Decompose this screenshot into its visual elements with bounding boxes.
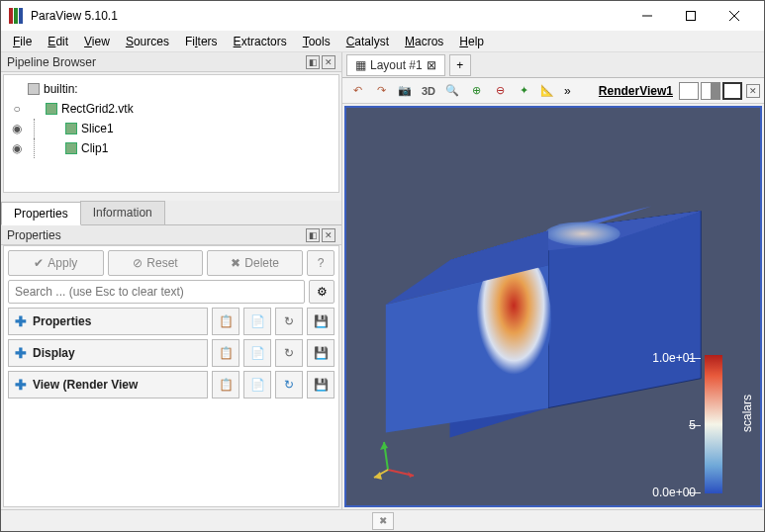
- properties-search-input[interactable]: [8, 280, 305, 304]
- paste-icon[interactable]: 📄: [243, 371, 271, 399]
- pipeline-browser-title: Pipeline Browser: [7, 55, 96, 69]
- save-icon[interactable]: 💾: [307, 371, 335, 399]
- tree-item-clip1[interactable]: ◉Clip1: [10, 138, 333, 158]
- close-tab-icon[interactable]: ⊠: [427, 58, 436, 72]
- plus-icon: ✚: [15, 345, 27, 361]
- menu-edit[interactable]: Edit: [42, 33, 74, 50]
- advanced-toggle-button[interactable]: ⚙: [309, 280, 335, 304]
- status-bar: ✖: [1, 509, 764, 531]
- visibility-eye-icon[interactable]: ○: [10, 102, 24, 116]
- select-points-icon[interactable]: ✦: [513, 81, 534, 101]
- source-icon: [46, 103, 57, 115]
- gear-icon: ⚙: [317, 285, 328, 299]
- server-icon: [28, 83, 40, 95]
- tree-item-builtin[interactable]: builtin:: [10, 79, 333, 99]
- menu-catalyst[interactable]: Catalyst: [340, 33, 395, 50]
- add-layout-button[interactable]: +: [449, 54, 471, 76]
- paste-icon[interactable]: 📄: [243, 339, 271, 367]
- property-tabs: Properties Information: [1, 201, 341, 225]
- plus-icon: ✚: [15, 313, 27, 329]
- svg-marker-20: [380, 442, 388, 450]
- close-panel-icon[interactable]: ✕: [322, 228, 335, 242]
- save-icon[interactable]: 💾: [307, 339, 335, 367]
- tab-properties[interactable]: Properties: [1, 202, 81, 225]
- tree-label: RectGrid2.vtk: [61, 102, 134, 116]
- maximize-button[interactable]: [669, 1, 713, 31]
- minimize-button[interactable]: [625, 1, 669, 31]
- layout-tab-1[interactable]: ▦Layout #1⊠: [346, 54, 445, 76]
- forward-arrow-icon[interactable]: ↷: [370, 81, 392, 101]
- close-button[interactable]: [713, 1, 756, 31]
- deselect-icon[interactable]: ⊖: [489, 81, 511, 101]
- plus-icon: ✚: [15, 377, 27, 393]
- properties-title: Properties: [7, 228, 61, 242]
- tree-label: builtin:: [44, 82, 78, 96]
- colorbar-title: scalars: [740, 395, 754, 432]
- section-properties-toggle[interactable]: ✚Properties: [8, 308, 208, 335]
- color-legend[interactable]: [705, 355, 722, 493]
- copy-icon[interactable]: 📋: [212, 308, 239, 335]
- status-close-icon[interactable]: ✖: [372, 512, 394, 530]
- window-title: ParaView 5.10.1: [31, 9, 118, 23]
- view-toolbar: ↶ ↷ 📷 3D 🔍 ⊕ ⊖ ✦ 📐 » RenderView1 ✕: [342, 78, 764, 104]
- tree-item-slice1[interactable]: ◉Slice1: [10, 119, 333, 138]
- pipeline-browser-header: Pipeline Browser ◧ ✕: [1, 52, 341, 72]
- help-button[interactable]: ?: [307, 250, 335, 276]
- close-view-icon[interactable]: ✕: [746, 84, 760, 98]
- properties-header: Properties ◧ ✕: [1, 225, 341, 245]
- reload-icon[interactable]: ↻: [275, 308, 303, 335]
- menu-tools[interactable]: Tools: [297, 33, 336, 50]
- menu-extractors[interactable]: Extractors: [228, 33, 293, 50]
- section-display-toggle[interactable]: ✚Display: [8, 339, 208, 367]
- tab-information[interactable]: Information: [80, 201, 165, 224]
- copy-icon[interactable]: 📋: [212, 339, 239, 367]
- apply-button[interactable]: ✔Apply: [8, 250, 104, 276]
- svg-rect-1: [687, 12, 696, 21]
- menu-help[interactable]: Help: [453, 33, 490, 50]
- tree-label: Slice1: [81, 122, 114, 135]
- visibility-eye-icon[interactable]: ◉: [10, 122, 24, 135]
- save-icon[interactable]: 💾: [307, 308, 335, 335]
- visibility-eye-icon[interactable]: ◉: [10, 141, 24, 155]
- filter-icon: [65, 142, 77, 154]
- layout-icon: ▦: [355, 58, 366, 72]
- section-view-toggle[interactable]: ✚View (Render View: [8, 371, 208, 399]
- render-view-label[interactable]: RenderView1: [599, 84, 673, 98]
- check-icon: ✔: [34, 256, 44, 270]
- app-logo-icon: [9, 8, 25, 24]
- window-titlebar: ParaView 5.10.1: [1, 1, 764, 31]
- copy-icon[interactable]: 📋: [212, 371, 239, 399]
- split-v-icon[interactable]: [701, 82, 720, 100]
- reset-button[interactable]: ⊘Reset: [108, 250, 204, 276]
- delete-icon: ✖: [231, 256, 240, 270]
- menu-macros[interactable]: Macros: [399, 33, 449, 50]
- back-arrow-icon[interactable]: ↶: [346, 81, 368, 101]
- reload-icon[interactable]: ↻: [275, 339, 303, 367]
- maximize-view-icon[interactable]: [722, 82, 742, 100]
- tree-label: Clip1: [81, 141, 108, 155]
- undock-icon[interactable]: ◧: [306, 228, 320, 242]
- menu-sources[interactable]: Sources: [120, 33, 175, 50]
- undock-icon[interactable]: ◧: [306, 55, 320, 69]
- pipeline-tree[interactable]: builtin: ○RectGrid2.vtk ◉Slice1 ◉Clip1: [3, 74, 339, 193]
- delete-button[interactable]: ✖Delete: [207, 250, 303, 276]
- render-view[interactable]: 1.0e+01 5 0.0e+00 — — — scalars: [344, 106, 762, 507]
- svg-point-12: [545, 222, 621, 245]
- zoom-icon[interactable]: 🔍: [441, 81, 463, 101]
- menubar: File Edit View Sources Filters Extractor…: [1, 31, 764, 52]
- cancel-icon: ⊘: [133, 256, 143, 270]
- select-cells-icon[interactable]: ⊕: [465, 81, 487, 101]
- reload-icon[interactable]: ↻: [275, 371, 303, 399]
- orientation-axes-icon: [370, 432, 420, 482]
- split-h-icon[interactable]: [679, 82, 699, 100]
- ruler-icon[interactable]: 📐: [536, 81, 558, 101]
- menu-filters[interactable]: Filters: [179, 33, 224, 50]
- menu-view[interactable]: View: [78, 33, 116, 50]
- filter-icon: [65, 123, 77, 134]
- camera-icon[interactable]: 📷: [394, 81, 416, 101]
- tree-item-rectgrid[interactable]: ○RectGrid2.vtk: [10, 99, 333, 119]
- menu-file[interactable]: File: [7, 33, 38, 50]
- mode-3d-button[interactable]: 3D: [418, 81, 439, 101]
- close-panel-icon[interactable]: ✕: [322, 55, 335, 69]
- paste-icon[interactable]: 📄: [243, 308, 271, 335]
